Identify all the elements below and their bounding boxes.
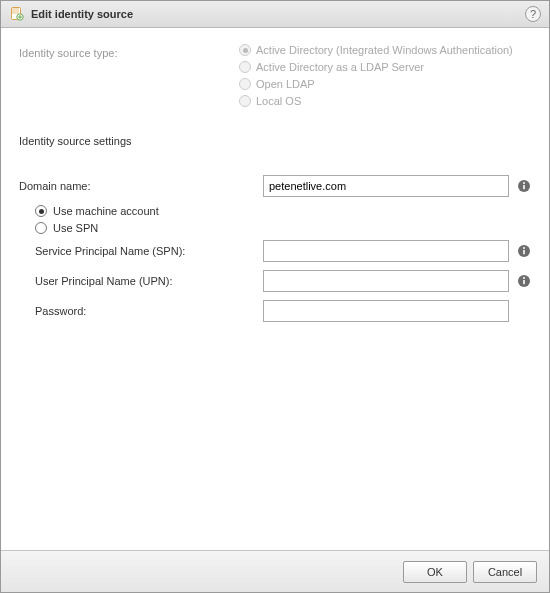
use-spn-label: Use SPN xyxy=(53,222,98,234)
upn-input[interactable] xyxy=(263,270,509,292)
identity-source-type-row: Identity source type: Active Directory (… xyxy=(19,44,531,107)
password-row: Password: xyxy=(19,300,531,322)
use-machine-account-radio[interactable]: Use machine account xyxy=(19,205,531,217)
source-type-open-ldap-label: Open LDAP xyxy=(256,78,315,90)
radio-icon xyxy=(239,61,251,73)
identity-source-type-options: Active Directory (Integrated Windows Aut… xyxy=(239,44,513,107)
password-input[interactable] xyxy=(263,300,509,322)
use-machine-account-label: Use machine account xyxy=(53,205,159,217)
source-type-local-os-label: Local OS xyxy=(256,95,301,107)
domain-name-label: Domain name: xyxy=(19,180,263,192)
svg-rect-3 xyxy=(523,185,525,189)
source-type-open-ldap: Open LDAP xyxy=(239,78,513,90)
help-icon[interactable]: ? xyxy=(525,6,541,22)
info-icon[interactable] xyxy=(517,244,531,258)
svg-rect-9 xyxy=(523,280,525,284)
use-spn-radio[interactable]: Use SPN xyxy=(19,222,531,234)
radio-icon xyxy=(35,205,47,217)
document-icon xyxy=(9,6,25,22)
dialog-content: Identity source type: Active Directory (… xyxy=(1,28,549,550)
source-type-ad-iwa-label: Active Directory (Integrated Windows Aut… xyxy=(256,44,513,56)
spn-input[interactable] xyxy=(263,240,509,262)
settings-header: Identity source settings xyxy=(19,135,531,147)
ok-button[interactable]: OK xyxy=(403,561,467,583)
cancel-button[interactable]: Cancel xyxy=(473,561,537,583)
info-icon[interactable] xyxy=(517,274,531,288)
dialog-footer: OK Cancel xyxy=(1,550,549,592)
spn-row: Service Principal Name (SPN): xyxy=(19,240,531,262)
radio-icon xyxy=(239,44,251,56)
svg-point-7 xyxy=(523,247,525,249)
source-type-ad-iwa: Active Directory (Integrated Windows Aut… xyxy=(239,44,513,56)
radio-icon xyxy=(239,95,251,107)
upn-row: User Principal Name (UPN): xyxy=(19,270,531,292)
spn-label: Service Principal Name (SPN): xyxy=(19,245,263,257)
svg-point-10 xyxy=(523,277,525,279)
dialog-titlebar: Edit identity source ? xyxy=(1,1,549,28)
source-type-local-os: Local OS xyxy=(239,95,513,107)
dialog-title: Edit identity source xyxy=(31,8,525,20)
domain-name-row: Domain name: xyxy=(19,175,531,197)
svg-rect-6 xyxy=(523,250,525,254)
domain-name-input[interactable] xyxy=(263,175,509,197)
upn-label: User Principal Name (UPN): xyxy=(19,275,263,287)
radio-icon xyxy=(35,222,47,234)
svg-point-4 xyxy=(523,182,525,184)
source-type-ad-ldap-label: Active Directory as a LDAP Server xyxy=(256,61,424,73)
info-icon[interactable] xyxy=(517,179,531,193)
password-label: Password: xyxy=(19,305,263,317)
identity-source-type-label: Identity source type: xyxy=(19,44,239,59)
source-type-ad-ldap: Active Directory as a LDAP Server xyxy=(239,61,513,73)
radio-icon xyxy=(239,78,251,90)
